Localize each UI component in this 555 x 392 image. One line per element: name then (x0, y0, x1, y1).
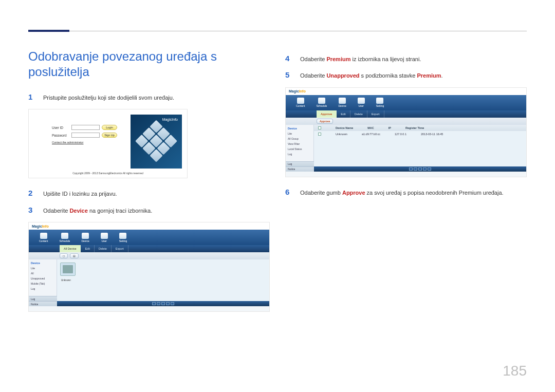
tab-export[interactable]: Export (112, 245, 128, 252)
pager-btn[interactable] (428, 167, 431, 171)
checkbox[interactable] (318, 133, 321, 136)
left-column: Odobravanje povezanog uređaja s poslužit… (28, 49, 270, 322)
tab-delete[interactable]: Delete (95, 245, 112, 252)
brand-text: MagicInfo (162, 118, 178, 121)
app-sidebar: Device Lite All Unapproved Mobile (Tab) … (29, 259, 57, 306)
menu-schedule[interactable]: Schedule (317, 98, 327, 107)
device-thumbnail[interactable] (60, 263, 76, 276)
tab-all-device[interactable]: All Device (60, 245, 81, 252)
sidebar-item[interactable]: All (31, 272, 54, 275)
login-brand-panel: MagicInfo (131, 115, 182, 169)
sidebar-foot[interactable]: Notice (29, 301, 57, 306)
app-sidebar: Device Lite All Group View Filter Local … (286, 125, 314, 172)
accent-bar (28, 30, 69, 32)
sidebar-item[interactable]: Lite (288, 132, 311, 135)
approve-button[interactable]: Approve (317, 119, 333, 124)
signup-button[interactable]: Sign Up (102, 133, 117, 138)
menu-setting[interactable]: Setting (376, 98, 384, 107)
tab-export[interactable]: Export (367, 110, 384, 118)
app-menubar: Content Schedule Device User Setting (29, 230, 269, 245)
tool-segment[interactable]: ▤ (70, 253, 79, 258)
sidebar-item[interactable]: All Group (288, 137, 311, 140)
sidebar-foot[interactable]: Notice (286, 166, 314, 172)
tab-delete[interactable]: Delete (350, 110, 367, 118)
page-title: Odobravanje povezanog uređaja s poslužit… (28, 49, 270, 80)
sidebar-item[interactable]: Device (31, 262, 54, 265)
sidebar-item[interactable]: Mobile (Tab) (31, 282, 54, 285)
menu-user[interactable]: User (358, 98, 365, 107)
step-2: 2 Upišite ID i lozinku za prijavu. (28, 189, 270, 198)
tool-segment[interactable]: ◻ (60, 253, 68, 258)
right-column: 4 Odaberite Premium iz izbornika na lije… (285, 49, 527, 322)
top-rule (28, 31, 527, 31)
app-toolbar: Approve (286, 118, 526, 125)
checkbox[interactable] (318, 126, 321, 129)
login-button[interactable]: Login (102, 125, 117, 130)
pager-btn[interactable] (152, 302, 156, 305)
step-text: Upišite ID i lozinku za prijavu. (43, 190, 270, 198)
app-subtabs: All Device Edit Delete Export (29, 245, 269, 252)
pager-btn[interactable] (161, 302, 165, 305)
sidebar-item[interactable]: Lite (31, 267, 54, 270)
login-copyright: Copyright 2009 - 2013 SamsungElectronics… (29, 172, 187, 175)
contact-admin-link[interactable]: Contact the administrator (52, 141, 129, 144)
step-number: 4 (285, 54, 292, 63)
menu-content[interactable]: Content (296, 98, 305, 107)
login-pass-input[interactable] (71, 133, 100, 138)
sidebar-foot[interactable]: Log (29, 296, 57, 301)
step-number: 1 (28, 92, 35, 101)
list-header: Device Name MAC IP Register Time (314, 125, 526, 131)
menu-setting[interactable]: Setting (119, 233, 127, 242)
app-menubar: Content Schedule Device User Setting (286, 95, 526, 110)
pager-btn[interactable] (414, 167, 417, 171)
pager-btn[interactable] (171, 302, 174, 305)
sidebar-item[interactable]: Unapproved (31, 277, 54, 280)
menu-content[interactable]: Content (39, 233, 48, 242)
tab-edit[interactable]: Edit (81, 245, 94, 252)
app-toolbar: ◻ ▤ (29, 252, 269, 259)
menu-user[interactable]: User (101, 233, 108, 242)
tab-approve[interactable]: Approve (317, 110, 337, 118)
app-main: Unknown (57, 259, 269, 306)
pager-btn[interactable] (423, 167, 427, 171)
sidebar-item[interactable]: Log (288, 153, 311, 156)
sidebar-item[interactable]: Local Status (288, 147, 311, 151)
step-4: 4 Odaberite Premium iz izbornika na lije… (285, 54, 527, 63)
pager-btn[interactable] (418, 167, 422, 171)
step-text: Odaberite Premium iz izbornika na lijevo… (300, 55, 527, 63)
step-number: 3 (28, 206, 35, 214)
step-number: 6 (285, 188, 292, 196)
app-logo: MagicInfo (32, 225, 49, 228)
app-main: Device Name MAC IP Register Time Unknown… (314, 125, 526, 172)
screenshot-unapproved-list: MagicInfo Content Schedule Device User S… (285, 87, 527, 177)
sidebar-item[interactable]: View Filter (288, 142, 311, 145)
pager-btn[interactable] (157, 302, 160, 305)
pager-btn[interactable] (409, 167, 413, 171)
menu-schedule[interactable]: Schedule (60, 233, 70, 242)
step-text: Odaberite Device na gornjoj traci izborn… (43, 207, 270, 215)
menu-device[interactable]: Device (81, 233, 89, 242)
page-number: 185 (503, 363, 527, 379)
device-thumb-label: Unknown (61, 279, 269, 282)
sidebar-foot[interactable]: Log (286, 161, 314, 166)
step-1: 1 Pristupite poslužitelju koji ste dodij… (28, 92, 270, 102)
sidebar-item[interactable]: Log (31, 287, 54, 290)
sidebar-item[interactable]: Device (288, 127, 311, 130)
brand-diamond-icon (135, 120, 178, 163)
screenshot-login: User ID Login Password Sign Up Contact t… (28, 109, 188, 178)
step-text: Odaberite Unapproved s podizbornika stav… (300, 72, 527, 80)
app-subtabs: Approve Edit Delete Export (286, 110, 526, 118)
tab-edit[interactable]: Edit (337, 110, 350, 118)
menu-device[interactable]: Device (338, 98, 346, 107)
list-row[interactable]: Unknown a1:d9:77:b0:cc 127.0.0.1 2013-03… (314, 131, 526, 137)
login-user-input[interactable] (71, 125, 100, 130)
step-number: 5 (285, 70, 292, 79)
step-3: 3 Odaberite Device na gornjoj traci izbo… (28, 206, 270, 215)
login-pass-label: Password (52, 134, 69, 137)
app-pager (314, 166, 526, 172)
step-text: Odaberite gumb Approve za svoj uređaj s … (300, 189, 527, 197)
screenshot-device-grid: MagicInfo Content Schedule Device User S… (28, 222, 270, 312)
step-number: 2 (28, 189, 35, 197)
step-5: 5 Odaberite Unapproved s podizbornika st… (285, 70, 527, 80)
pager-btn[interactable] (166, 302, 170, 305)
